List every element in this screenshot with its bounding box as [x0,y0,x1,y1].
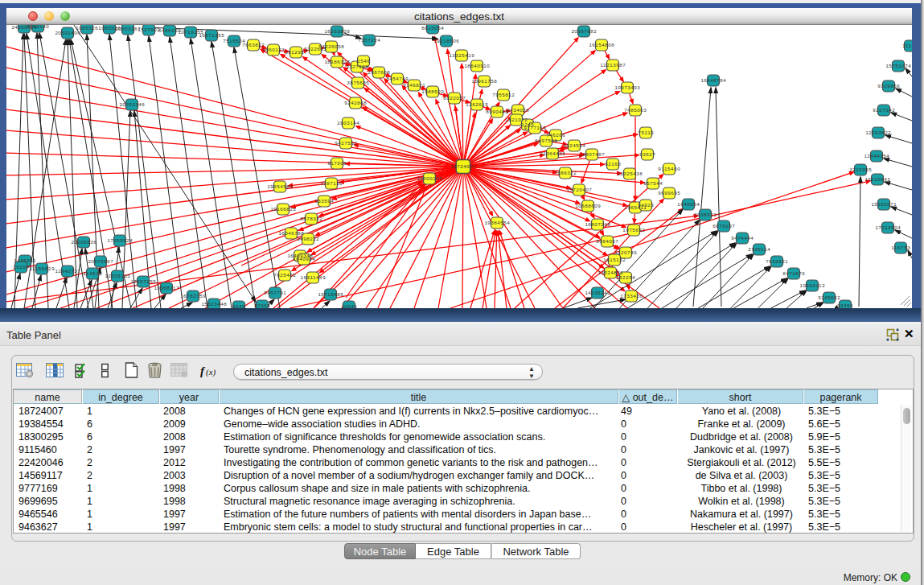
svg-text:8938923: 8938923 [694,212,717,217]
svg-text:3875685: 3875685 [347,80,369,85]
svg-text:16046788: 16046788 [278,230,304,236]
svg-text:1588520: 1588520 [421,89,444,94]
svg-text:19654985: 19654985 [267,183,293,189]
svg-text:10961758: 10961758 [471,78,497,84]
svg-text:17359924: 17359924 [107,237,133,243]
svg-text:3215955: 3215955 [849,167,872,172]
svg-text:7632621: 7632621 [766,258,788,264]
svg-text:11123: 11123 [902,43,918,48]
svg-text:9227342: 9227342 [873,107,895,113]
svg-text:17957255: 17957255 [130,278,156,284]
svg-text:917008: 917008 [327,160,347,166]
svg-text:1640954: 1640954 [677,201,700,207]
svg-text:16033809: 16033809 [324,28,350,34]
svg-text:8454749: 8454749 [386,76,409,81]
svg-text:16782759: 16782759 [180,293,206,299]
svg-text:10688609: 10688609 [575,203,601,208]
svg-text:3624554: 3624554 [563,142,585,148]
svg-text:9146821: 9146821 [403,82,425,88]
svg-text:16911449: 16911449 [300,274,326,280]
svg-text:20387682: 20387682 [571,28,597,34]
svg-text:7485003: 7485003 [624,107,647,113]
svg-text:15323448: 15323448 [201,301,227,307]
svg-text:53226058: 53226058 [318,43,344,49]
svg-text:9860123: 9860123 [262,47,285,52]
svg-text:6734028: 6734028 [507,107,529,113]
svg-text:10025438: 10025438 [617,171,643,176]
svg-text:1640934: 1640934 [293,256,315,262]
svg-text:f: f [200,365,206,377]
svg-text:7886322: 7886322 [554,170,577,175]
svg-text:10945: 10945 [341,303,357,309]
svg-text:10973493: 10973493 [614,84,640,90]
svg-text:7625402: 7625402 [273,272,296,278]
svg-text:15716485: 15716485 [318,291,343,297]
svg-text:957544: 957544 [643,180,663,186]
svg-text:14136141: 14136141 [585,290,610,295]
svg-text:19166825: 19166825 [270,206,296,212]
svg-text:12093822: 12093822 [865,130,891,135]
svg-text:9084067: 9084067 [596,238,618,244]
svg-text:20206536: 20206536 [71,239,97,245]
svg-text:1065326: 1065326 [76,25,98,31]
svg-text:92456: 92456 [837,303,853,308]
svg-text:8878332: 8878332 [300,216,322,221]
svg-text:16671355: 16671355 [199,32,224,38]
svg-text:9242848: 9242848 [344,100,367,105]
svg-text:16210643: 16210643 [864,176,890,182]
svg-text:18724007: 18724007 [450,163,476,169]
svg-text:12942737: 12942737 [55,268,80,274]
svg-text:1362615: 1362615 [466,101,488,107]
svg-text:12505135: 12505135 [105,273,130,278]
svg-text:9329966: 9329966 [877,83,900,89]
svg-text:16648784: 16648784 [700,77,726,83]
svg-text:8990448: 8990448 [486,109,508,114]
svg-text:15751074: 15751074 [885,63,911,68]
svg-text:12213987: 12213987 [600,62,626,68]
svg-text:2803144: 2803144 [337,120,359,126]
svg-text:1975692: 1975692 [622,227,645,233]
svg-text:8471676: 8471676 [782,270,805,276]
svg-text:13325419: 13325419 [449,52,474,58]
svg-text:1615132: 1615132 [603,257,626,262]
svg-text:10807487: 10807487 [579,151,605,157]
svg-text:12444154: 12444154 [864,153,889,159]
svg-text:6497568: 6497568 [535,138,557,143]
svg-text:1435061: 1435061 [14,257,36,263]
svg-text:1733426: 1733426 [620,293,643,299]
svg-text:10654112: 10654112 [799,282,825,288]
svg-text:3498222: 3498222 [297,236,319,241]
svg-text:6879197: 6879197 [713,223,735,229]
svg-text:8322037: 8322037 [443,95,466,101]
svg-text:533594: 533594 [314,198,334,204]
svg-text:2867608: 2867608 [368,69,390,75]
svg-text:93627: 93627 [639,151,655,157]
svg-text:18807249: 18807249 [585,221,610,227]
svg-text:19384554: 19384554 [484,220,510,225]
svg-text:9245652: 9245652 [818,295,840,300]
svg-text:20975867: 20975867 [88,258,113,264]
svg-text:7955812: 7955812 [492,92,515,97]
svg-text:1527602: 1527602 [138,27,160,32]
svg-text:17016504: 17016504 [875,225,901,230]
svg-text:(x): (x) [206,367,216,377]
svg-text:18300295: 18300295 [417,175,442,181]
svg-text:11156829: 11156829 [29,266,55,271]
svg-text:116753: 116753 [891,245,910,250]
svg-text:9457791: 9457791 [264,290,286,295]
svg-text:9777169: 9777169 [524,125,546,130]
svg-text:114519: 114519 [83,270,102,276]
svg-text:7663822: 7663822 [242,42,265,47]
svg-text:62160: 62160 [605,161,621,167]
svg-text:8813054: 8813054 [421,25,444,31]
svg-text:18640910: 18640910 [464,63,490,68]
svg-text:21364436: 21364436 [540,150,565,156]
svg-text:7357224: 7357224 [358,37,380,43]
svg-text:19218506: 19218506 [433,38,459,43]
svg-text:1120746: 1120746 [614,249,637,255]
svg-text:15692071: 15692071 [871,201,897,207]
svg-text:252254: 252254 [616,274,635,280]
svg-text:9474444: 9474444 [731,235,754,241]
svg-text:15720407: 15720407 [566,187,592,192]
svg-text:9115460: 9115460 [658,166,680,171]
